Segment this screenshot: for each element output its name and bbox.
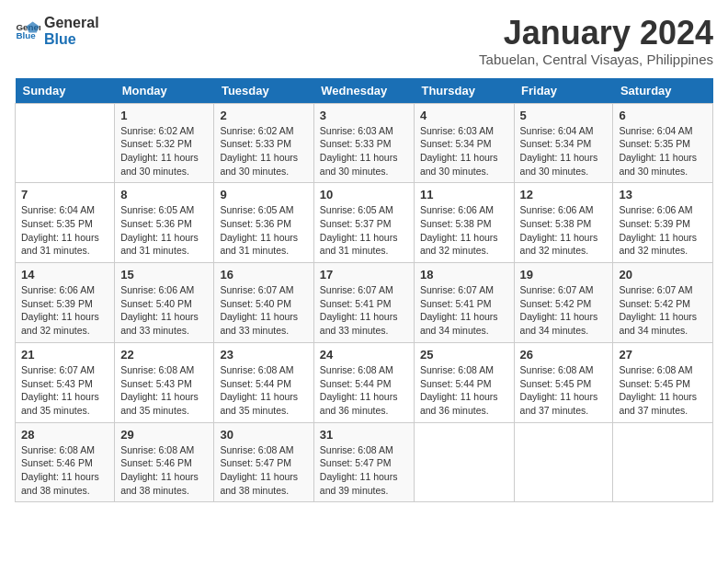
- day-number: 22: [120, 348, 208, 362]
- day-info: Sunrise: 6:07 AM Sunset: 5:41 PM Dayligh…: [320, 283, 408, 338]
- calendar-cell: 27Sunrise: 6:08 AM Sunset: 5:45 PM Dayli…: [613, 342, 713, 422]
- calendar-cell: 2Sunrise: 6:02 AM Sunset: 5:33 PM Daylig…: [214, 103, 313, 183]
- day-info: Sunrise: 6:07 AM Sunset: 5:41 PM Dayligh…: [420, 283, 508, 338]
- calendar-title: January 2024: [479, 15, 713, 52]
- calendar-cell: 16Sunrise: 6:07 AM Sunset: 5:40 PM Dayli…: [214, 263, 313, 343]
- day-info: Sunrise: 6:03 AM Sunset: 5:33 PM Dayligh…: [320, 124, 408, 178]
- day-number: 27: [619, 348, 707, 362]
- day-info: Sunrise: 6:08 AM Sunset: 5:46 PM Dayligh…: [21, 443, 108, 498]
- day-info: Sunrise: 6:08 AM Sunset: 5:44 PM Dayligh…: [320, 363, 408, 418]
- day-number: 24: [320, 348, 408, 362]
- day-number: 25: [420, 348, 508, 362]
- calendar-cell: 30Sunrise: 6:08 AM Sunset: 5:47 PM Dayli…: [214, 422, 313, 502]
- day-number: 5: [520, 109, 608, 122]
- day-number: 9: [220, 188, 307, 201]
- day-number: 18: [420, 268, 508, 282]
- calendar-cell: 31Sunrise: 6:08 AM Sunset: 5:47 PM Dayli…: [313, 422, 414, 502]
- day-info: Sunrise: 6:08 AM Sunset: 5:44 PM Dayligh…: [420, 363, 508, 418]
- calendar-cell: [414, 422, 514, 502]
- calendar-cell: 19Sunrise: 6:07 AM Sunset: 5:42 PM Dayli…: [514, 263, 613, 343]
- day-number: 17: [320, 268, 408, 282]
- calendar-week-5: 28Sunrise: 6:08 AM Sunset: 5:46 PM Dayli…: [16, 422, 713, 502]
- header-friday: Friday: [514, 78, 613, 104]
- day-number: 30: [220, 428, 307, 442]
- calendar-cell: [613, 422, 713, 502]
- day-number: 6: [619, 109, 707, 122]
- day-number: 16: [220, 268, 307, 282]
- day-info: Sunrise: 6:07 AM Sunset: 5:40 PM Dayligh…: [220, 283, 307, 338]
- day-info: Sunrise: 6:06 AM Sunset: 5:39 PM Dayligh…: [619, 203, 707, 258]
- day-number: 7: [21, 188, 108, 201]
- day-info: Sunrise: 6:05 AM Sunset: 5:36 PM Dayligh…: [120, 203, 208, 258]
- day-number: 20: [619, 268, 707, 282]
- calendar-header-row: SundayMondayTuesdayWednesdayThursdayFrid…: [16, 78, 713, 104]
- calendar-cell: 11Sunrise: 6:06 AM Sunset: 5:38 PM Dayli…: [414, 183, 514, 263]
- day-number: 15: [120, 268, 208, 282]
- calendar-cell: [16, 103, 115, 183]
- day-number: 21: [21, 348, 108, 362]
- day-number: 3: [320, 109, 408, 122]
- calendar-week-1: 1Sunrise: 6:02 AM Sunset: 5:32 PM Daylig…: [16, 103, 713, 183]
- day-info: Sunrise: 6:08 AM Sunset: 5:45 PM Dayligh…: [619, 363, 707, 418]
- day-number: 11: [420, 188, 508, 201]
- day-info: Sunrise: 6:02 AM Sunset: 5:32 PM Dayligh…: [120, 124, 208, 178]
- calendar-cell: 4Sunrise: 6:03 AM Sunset: 5:34 PM Daylig…: [414, 103, 514, 183]
- calendar-cell: 9Sunrise: 6:05 AM Sunset: 5:36 PM Daylig…: [214, 183, 313, 263]
- day-info: Sunrise: 6:08 AM Sunset: 5:47 PM Dayligh…: [220, 443, 307, 498]
- calendar-cell: 23Sunrise: 6:08 AM Sunset: 5:44 PM Dayli…: [214, 342, 313, 422]
- calendar-subtitle: Tabuelan, Central Visayas, Philippines: [479, 52, 713, 67]
- calendar-cell: 22Sunrise: 6:08 AM Sunset: 5:43 PM Dayli…: [115, 342, 214, 422]
- day-number: 13: [619, 188, 707, 201]
- day-info: Sunrise: 6:04 AM Sunset: 5:34 PM Dayligh…: [520, 124, 608, 178]
- calendar-cell: 29Sunrise: 6:08 AM Sunset: 5:46 PM Dayli…: [115, 422, 214, 502]
- day-number: 2: [220, 109, 307, 122]
- calendar-cell: 18Sunrise: 6:07 AM Sunset: 5:41 PM Dayli…: [414, 263, 514, 343]
- calendar-cell: 7Sunrise: 6:04 AM Sunset: 5:35 PM Daylig…: [16, 183, 115, 263]
- day-number: 19: [520, 268, 608, 282]
- day-info: Sunrise: 6:08 AM Sunset: 5:46 PM Dayligh…: [120, 443, 208, 498]
- calendar-cell: 28Sunrise: 6:08 AM Sunset: 5:46 PM Dayli…: [16, 422, 115, 502]
- calendar-cell: 15Sunrise: 6:06 AM Sunset: 5:40 PM Dayli…: [115, 263, 214, 343]
- day-info: Sunrise: 6:08 AM Sunset: 5:47 PM Dayligh…: [320, 443, 408, 498]
- calendar-cell: [514, 422, 613, 502]
- day-number: 28: [21, 428, 108, 442]
- calendar-cell: 1Sunrise: 6:02 AM Sunset: 5:32 PM Daylig…: [115, 103, 214, 183]
- day-info: Sunrise: 6:06 AM Sunset: 5:38 PM Dayligh…: [520, 203, 608, 258]
- day-number: 1: [120, 109, 208, 122]
- day-info: Sunrise: 6:06 AM Sunset: 5:39 PM Dayligh…: [21, 283, 108, 338]
- calendar-week-3: 14Sunrise: 6:06 AM Sunset: 5:39 PM Dayli…: [16, 263, 713, 343]
- header-monday: Monday: [115, 78, 214, 104]
- calendar-cell: 5Sunrise: 6:04 AM Sunset: 5:34 PM Daylig…: [514, 103, 613, 183]
- calendar-cell: 21Sunrise: 6:07 AM Sunset: 5:43 PM Dayli…: [16, 342, 115, 422]
- calendar-cell: 20Sunrise: 6:07 AM Sunset: 5:42 PM Dayli…: [613, 263, 713, 343]
- day-number: 29: [120, 428, 208, 442]
- calendar-cell: 14Sunrise: 6:06 AM Sunset: 5:39 PM Dayli…: [16, 263, 115, 343]
- logo: General Blue General Blue: [15, 15, 99, 47]
- day-info: Sunrise: 6:08 AM Sunset: 5:43 PM Dayligh…: [120, 363, 208, 418]
- day-info: Sunrise: 6:03 AM Sunset: 5:34 PM Dayligh…: [420, 124, 508, 178]
- calendar-cell: 24Sunrise: 6:08 AM Sunset: 5:44 PM Dayli…: [313, 342, 414, 422]
- logo-line1: General: [44, 15, 99, 31]
- day-info: Sunrise: 6:07 AM Sunset: 5:42 PM Dayligh…: [619, 283, 707, 338]
- header-saturday: Saturday: [613, 78, 713, 104]
- calendar-cell: 6Sunrise: 6:04 AM Sunset: 5:35 PM Daylig…: [613, 103, 713, 183]
- logo-line2: Blue: [44, 31, 99, 48]
- header-wednesday: Wednesday: [313, 78, 414, 104]
- day-info: Sunrise: 6:08 AM Sunset: 5:44 PM Dayligh…: [220, 363, 307, 418]
- calendar-week-4: 21Sunrise: 6:07 AM Sunset: 5:43 PM Dayli…: [16, 342, 713, 422]
- calendar-cell: 10Sunrise: 6:05 AM Sunset: 5:37 PM Dayli…: [313, 183, 414, 263]
- day-number: 12: [520, 188, 608, 201]
- day-info: Sunrise: 6:04 AM Sunset: 5:35 PM Dayligh…: [21, 203, 108, 258]
- calendar-cell: 12Sunrise: 6:06 AM Sunset: 5:38 PM Dayli…: [514, 183, 613, 263]
- day-number: 26: [520, 348, 608, 362]
- day-info: Sunrise: 6:06 AM Sunset: 5:38 PM Dayligh…: [420, 203, 508, 258]
- day-info: Sunrise: 6:02 AM Sunset: 5:33 PM Dayligh…: [220, 124, 307, 178]
- day-number: 23: [220, 348, 307, 362]
- calendar-table: SundayMondayTuesdayWednesdayThursdayFrid…: [15, 78, 713, 503]
- day-number: 10: [320, 188, 408, 201]
- calendar-cell: 8Sunrise: 6:05 AM Sunset: 5:36 PM Daylig…: [115, 183, 214, 263]
- day-number: 31: [320, 428, 408, 442]
- day-info: Sunrise: 6:05 AM Sunset: 5:37 PM Dayligh…: [320, 203, 408, 258]
- calendar-cell: 13Sunrise: 6:06 AM Sunset: 5:39 PM Dayli…: [613, 183, 713, 263]
- day-info: Sunrise: 6:07 AM Sunset: 5:42 PM Dayligh…: [520, 283, 608, 338]
